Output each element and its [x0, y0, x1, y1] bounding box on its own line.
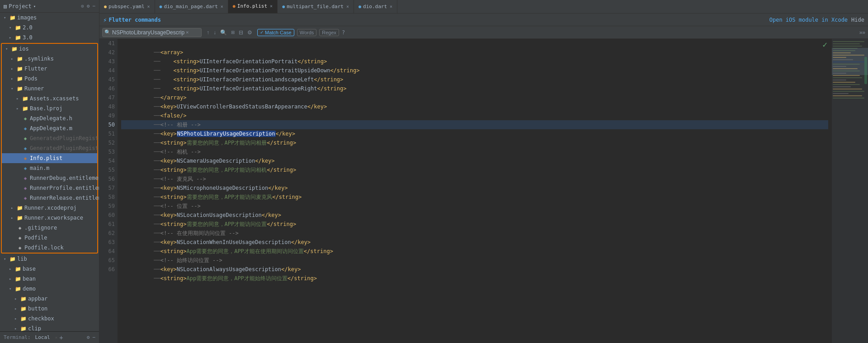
sidebar-item-appdelegate-m[interactable]: ◈ AppDelegate.m — [2, 123, 97, 133]
tab-multipart[interactable]: ● multipart_file.dart × — [278, 0, 354, 14]
tab-label: Info.plist — [237, 3, 267, 9]
search-words-button[interactable]: Words — [297, 29, 317, 36]
tab-diomain[interactable]: ● dio_main_page.dart × — [155, 0, 228, 14]
sidebar-item-podfile[interactable]: ◈ Podfile — [2, 233, 97, 243]
editor-area: ● pubspec.yaml × ● dio_main_page.dart × … — [99, 0, 868, 343]
tab-close-dio[interactable]: × — [390, 4, 392, 9]
tab-close-infoplist[interactable]: × — [270, 4, 273, 9]
sidebar-item-assets[interactable]: 📁 Assets.xcassets — [2, 94, 97, 103]
sidebar-item-baselproj[interactable]: 📁 Base.lproj — [2, 103, 97, 113]
code-line-42: ── <string>UIInterfaceOrientationPortrai… — [121, 48, 828, 57]
sidebar-item-generatedplugin-h[interactable]: ◈ GeneratedPluginRegistrant.h — [2, 133, 97, 143]
sidebar-item-generatedplugin-m[interactable]: ◈ GeneratedPluginRegistrant.m — [2, 143, 97, 153]
expand-arrow — [14, 316, 20, 321]
svg-rect-16 — [833, 77, 862, 78]
sidebar-item-appbar[interactable]: 📁 appbar — [0, 294, 99, 304]
open-ios-link[interactable]: Open iOS module in Xcode — [769, 17, 848, 23]
tab-label: dio_main_page.dart — [164, 4, 218, 9]
sidebar-item-2.0[interactable]: 📁 2.0 — [0, 23, 99, 33]
svg-rect-23 — [833, 93, 849, 94]
tab-close-diomain[interactable]: × — [221, 4, 223, 9]
tab-close-pubspec[interactable]: × — [147, 4, 150, 9]
terminal-local-tab[interactable]: Local — [33, 334, 53, 341]
search-prev-button[interactable]: ↑ — [205, 28, 211, 37]
tab-label: dio.dart — [363, 4, 387, 9]
sidebar-item-lib[interactable]: 📁 lib — [0, 254, 99, 264]
expand-arrow — [14, 306, 20, 311]
item-label: images — [17, 14, 37, 21]
code-line-41: ──<array> — [121, 39, 828, 48]
scope-icon[interactable]: ⊙ — [81, 3, 84, 9]
search-help-icon[interactable]: ? — [342, 29, 345, 36]
svg-rect-2 — [833, 46, 862, 47]
tab-plist-icon: ● — [233, 4, 236, 9]
search-input-wrap: 🔍 × — [102, 28, 202, 37]
sidebar-item-button[interactable]: 📁 button — [0, 304, 99, 314]
sidebar-item-clip[interactable]: 📁 clip — [0, 324, 99, 331]
folder-icon: 📁 — [16, 66, 24, 72]
sidebar-item-checkbox[interactable]: 📁 checkbox — [0, 314, 99, 324]
folder-icon: 📁 — [16, 85, 24, 92]
item-label: appbar — [28, 296, 47, 302]
search-input[interactable] — [112, 29, 184, 36]
sidebar-item-podfilelock[interactable]: ◈ Podfile.lock — [2, 243, 97, 253]
search-matchcase-button[interactable]: ✓ Match Case — [257, 29, 294, 36]
sidebar-item-images[interactable]: 📁 images — [0, 13, 99, 23]
tab-label: pubspec.yaml — [108, 4, 144, 9]
sidebar-item-runnerxcodeproj[interactable]: 📁 Runner.xcodeproj — [2, 203, 97, 213]
search-clear-icon[interactable]: × — [186, 29, 189, 35]
file-icon: ◈ — [22, 145, 29, 151]
minimap[interactable] — [832, 39, 868, 343]
item-label: AppDelegate.m — [30, 125, 72, 132]
sidebar-item-3.0[interactable]: 📁 3.0 — [0, 33, 99, 42]
sidebar-item-runnerxcworkspace[interactable]: 📁 Runner.xcworkspace — [2, 213, 97, 223]
sidebar: ▤ Project ▾ ⊙ ⚙ − 📁 images 📁 2.0 — [0, 0, 99, 343]
sidebar-item-infoplist[interactable]: ◈ Info.plist — [2, 153, 97, 163]
sidebar-item-runnerprofile[interactable]: ◈ RunnerProfile.entitlements — [2, 183, 97, 193]
file-icon: ◈ — [22, 155, 29, 161]
tab-pubspec[interactable]: ● pubspec.yaml × — [99, 0, 155, 14]
file-icon: ◈ — [22, 115, 29, 122]
item-label: RunnerProfile.entitlements — [30, 185, 99, 191]
sidebar-item-runner[interactable]: 📁 Runner — [2, 84, 97, 94]
terminal-minimize-icon[interactable]: − — [92, 334, 95, 340]
search-multiline-button[interactable]: ⊞ — [230, 29, 236, 36]
sidebar-item-runnerdebug[interactable]: ◈ RunnerDebug.entitlements — [2, 173, 97, 183]
tab-close-multipart[interactable]: × — [346, 4, 349, 9]
terminal-settings-icon[interactable]: ⚙ — [87, 334, 90, 340]
sidebar-item-pods[interactable]: 📁 Pods — [2, 74, 97, 84]
sidebar-item-bean[interactable]: 📁 bean — [0, 274, 99, 284]
sidebar-item-appdelegate-h[interactable]: ◈ AppDelegate.h — [2, 113, 97, 123]
sidebar-item-symlinks[interactable]: 📁 .symlinks — [2, 54, 97, 64]
code-area: 4142434445 46474849 50 5152535455 565758… — [99, 39, 868, 343]
sidebar-item-gitignore[interactable]: ◈ .gitignore — [2, 223, 97, 233]
sidebar-item-runnerrelease[interactable]: ◈ RunnerRelease.entitlements — [2, 193, 97, 203]
sidebar-item-main-m[interactable]: ◈ main.m — [2, 163, 97, 173]
expand-arrow — [11, 206, 16, 210]
sidebar-item-demo[interactable]: 📁 demo — [0, 284, 99, 294]
tab-dio[interactable]: ● dio.dart × — [354, 0, 397, 14]
folder-icon: 📁 — [16, 75, 24, 82]
regex-label: Regex — [322, 30, 336, 35]
search-find-button[interactable]: 🔍 — [219, 28, 228, 37]
search-close-button[interactable]: »» — [859, 29, 865, 36]
file-icon: ◈ — [16, 244, 24, 251]
sidebar-item-ios[interactable]: 📁 ios — [2, 44, 97, 54]
search-options-button[interactable]: ⚙ — [246, 28, 254, 37]
code-content[interactable]: ──<array> ── <string>UIInterfaceOrientat… — [118, 39, 832, 343]
file-icon: ◈ — [22, 165, 29, 171]
search-next-button[interactable]: ↓ — [212, 28, 217, 37]
svg-rect-18 — [833, 82, 855, 83]
gear-icon[interactable]: ⚙ — [87, 3, 90, 9]
search-regex-button[interactable]: Regex — [319, 29, 339, 36]
sidebar-item-base[interactable]: 📁 base — [0, 264, 99, 274]
folder-icon: 📁 — [20, 296, 27, 302]
svg-rect-20 — [833, 86, 851, 87]
terminal-add-button[interactable]: + — [59, 334, 63, 341]
tab-infoplist[interactable]: ● Info.plist × — [228, 0, 278, 14]
search-filter-button[interactable]: ⊟ — [237, 28, 245, 37]
sidebar-item-flutter[interactable]: 📁 Flutter — [2, 64, 97, 74]
hide-link[interactable]: Hide — [851, 17, 864, 23]
minimize-icon[interactable]: − — [92, 3, 95, 9]
folder-icon: 📁 — [16, 205, 24, 211]
